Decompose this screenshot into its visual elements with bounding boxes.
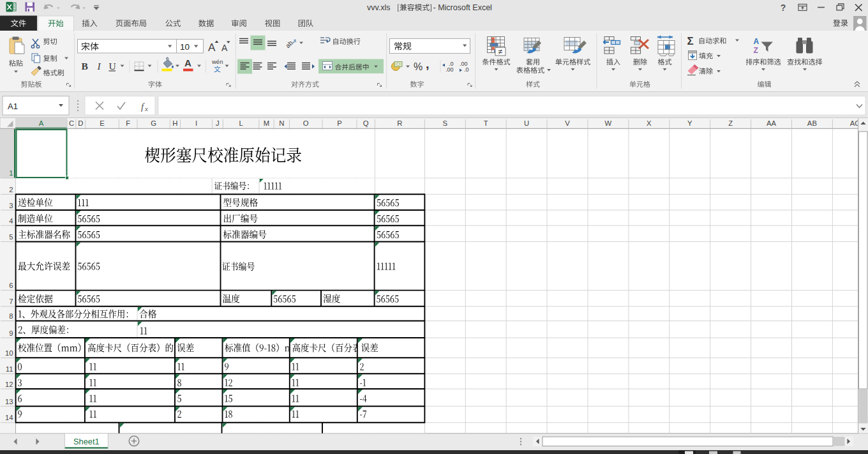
- svg-text:F: F: [126, 119, 130, 127]
- svg-text:13: 13: [5, 398, 13, 405]
- svg-text:R: R: [397, 119, 402, 127]
- svg-text:A: A: [208, 42, 216, 54]
- svg-text:2: 2: [9, 186, 13, 193]
- svg-text:Sheet1: Sheet1: [73, 437, 100, 446]
- svg-text:M: M: [264, 119, 269, 127]
- svg-text:6: 6: [9, 282, 13, 289]
- svg-text:A: A: [221, 43, 228, 53]
- svg-text:O: O: [303, 119, 309, 127]
- svg-text:N: N: [279, 119, 284, 127]
- svg-text:A: A: [754, 37, 760, 46]
- svg-text:7: 7: [9, 298, 13, 305]
- svg-text:B: B: [82, 61, 88, 72]
- svg-text:E: E: [100, 119, 105, 127]
- svg-text:3: 3: [9, 202, 13, 209]
- svg-text:%: %: [414, 61, 423, 72]
- svg-text:10: 10: [5, 349, 13, 357]
- svg-text:AA: AA: [767, 119, 777, 127]
- svg-text:1: 1: [9, 169, 13, 177]
- svg-text:4: 4: [9, 217, 13, 225]
- svg-text:x: x: [144, 105, 148, 112]
- svg-text:.00: .00: [445, 66, 454, 73]
- svg-text:12: 12: [5, 381, 13, 388]
- svg-text:AB: AB: [807, 119, 817, 127]
- svg-text:A: A: [39, 119, 44, 127]
- svg-text:5: 5: [9, 233, 13, 241]
- svg-text:D: D: [78, 119, 83, 127]
- svg-text:- Microsoft Excel: - Microsoft Excel: [433, 3, 492, 12]
- svg-text:U: U: [109, 61, 116, 72]
- svg-text:H: H: [172, 119, 177, 127]
- svg-text:9: 9: [9, 329, 13, 337]
- svg-text:14: 14: [5, 414, 13, 421]
- svg-text:Y: Y: [687, 119, 692, 127]
- svg-text:Σ: Σ: [687, 35, 694, 47]
- svg-text:?: ?: [781, 3, 786, 13]
- svg-text:.0: .0: [464, 66, 469, 73]
- svg-text:vvv.xls: vvv.xls: [367, 3, 391, 12]
- svg-text:V: V: [565, 119, 570, 127]
- svg-text:S: S: [443, 119, 448, 127]
- svg-text:P: P: [337, 119, 342, 127]
- svg-text:L: L: [239, 119, 243, 127]
- svg-text:Z: Z: [728, 119, 733, 127]
- svg-text:J: J: [216, 119, 220, 127]
- svg-text:11: 11: [6, 365, 13, 373]
- svg-text:Q: Q: [363, 119, 369, 127]
- svg-text:C: C: [69, 119, 74, 127]
- svg-text:U: U: [524, 119, 529, 127]
- svg-text:W: W: [605, 119, 612, 127]
- svg-text:,: ,: [426, 57, 430, 71]
- svg-text:I: I: [195, 119, 197, 127]
- svg-text:A1: A1: [8, 102, 18, 111]
- svg-text:≠: ≠: [498, 47, 503, 56]
- svg-text:I: I: [97, 61, 101, 72]
- svg-text:T: T: [484, 119, 488, 127]
- svg-text:wén: wén: [211, 58, 223, 65]
- svg-text:A: A: [184, 57, 191, 68]
- svg-text:X: X: [647, 119, 652, 127]
- svg-text:Z: Z: [754, 46, 758, 55]
- svg-text:G: G: [151, 119, 156, 127]
- svg-text:10: 10: [180, 42, 190, 52]
- svg-text:8: 8: [9, 312, 13, 320]
